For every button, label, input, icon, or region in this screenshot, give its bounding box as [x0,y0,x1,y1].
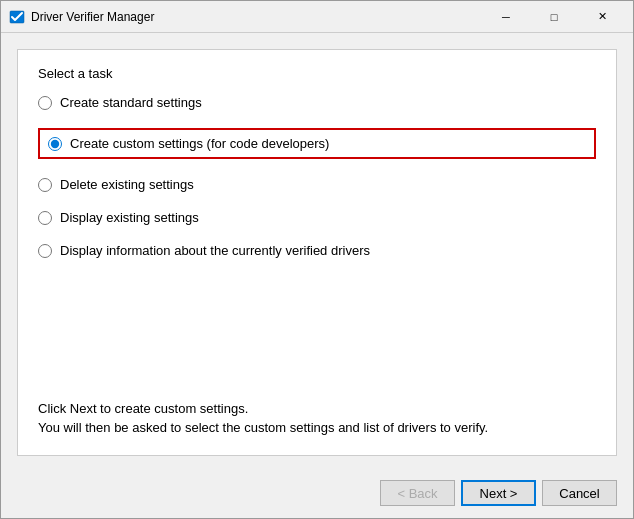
option-4-radio[interactable] [38,211,52,225]
spacer [38,276,596,383]
app-icon [9,9,25,25]
back-button[interactable]: < Back [380,480,455,506]
option-5-label[interactable]: Display information about the currently … [60,243,370,258]
main-content: Select a task Create standard settings C… [1,33,633,472]
cancel-button[interactable]: Cancel [542,480,617,506]
footer: < Back Next > Cancel [1,472,633,518]
section-label: Select a task [38,66,596,81]
option-2-label[interactable]: Create custom settings (for code develop… [70,136,329,151]
option-5-item[interactable]: Display information about the currently … [38,243,596,258]
option-4-item[interactable]: Display existing settings [38,210,596,225]
option-3-item[interactable]: Delete existing settings [38,177,596,192]
info-section: Click Next to create custom settings. Yo… [38,391,596,439]
option-1-label[interactable]: Create standard settings [60,95,202,110]
close-button[interactable]: ✕ [579,2,625,32]
info-line-2: You will then be asked to select the cus… [38,420,596,435]
maximize-button[interactable]: □ [531,2,577,32]
option-3-radio[interactable] [38,178,52,192]
driver-verifier-window: Driver Verifier Manager ─ □ ✕ Select a t… [0,0,634,519]
option-2-highlighted[interactable]: Create custom settings (for code develop… [38,128,596,159]
next-button[interactable]: Next > [461,480,536,506]
option-1-radio[interactable] [38,96,52,110]
minimize-button[interactable]: ─ [483,2,529,32]
window-title: Driver Verifier Manager [31,10,483,24]
option-2-radio[interactable] [48,137,62,151]
task-section: Select a task Create standard settings C… [17,49,617,456]
title-bar: Driver Verifier Manager ─ □ ✕ [1,1,633,33]
info-line-1: Click Next to create custom settings. [38,401,596,416]
option-3-label[interactable]: Delete existing settings [60,177,194,192]
window-controls: ─ □ ✕ [483,2,625,32]
option-1-item[interactable]: Create standard settings [38,95,596,110]
option-5-radio[interactable] [38,244,52,258]
option-4-label[interactable]: Display existing settings [60,210,199,225]
